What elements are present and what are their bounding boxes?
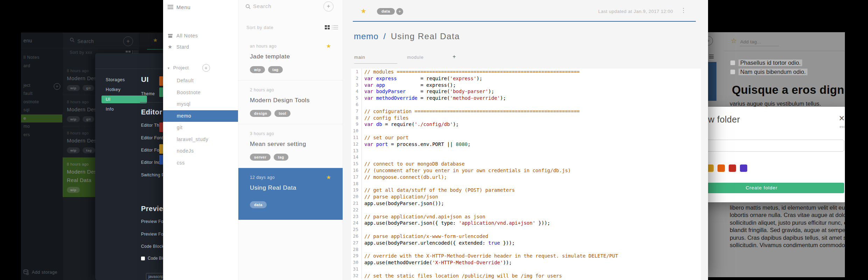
- code-line[interactable]: 18: [351, 181, 701, 187]
- search-input[interactable]: Search: [253, 3, 271, 9]
- breadcrumb-folder[interactable]: memo: [354, 31, 379, 41]
- add-tag-button[interactable]: +: [396, 8, 403, 15]
- sidebar-item-all-notes[interactable]: All Notes: [163, 30, 238, 41]
- settings-nav-item[interactable]: Hotkey: [102, 85, 147, 94]
- editor-panel: ★ data + Last updated at Jan.9, 2017 12:…: [343, 0, 708, 280]
- breadcrumb-separator: /: [381, 31, 388, 41]
- checkbox-icon[interactable]: [730, 69, 735, 75]
- code-line[interactable]: 26// parse application/x-www-form-urlenc…: [351, 233, 701, 240]
- folder-name-input[interactable]: [708, 140, 844, 152]
- folder-color-swatch[interactable]: [729, 164, 736, 172]
- color-swatch[interactable]: [159, 122, 163, 132]
- note-star-icon[interactable]: ★: [360, 7, 366, 15]
- code-line[interactable]: 29// override with the X-HTTP-Method-Ove…: [351, 253, 701, 259]
- code-line[interactable]: 8// config files: [351, 115, 701, 121]
- code-editor[interactable]: 1// modules ============================…: [351, 69, 701, 280]
- code-line[interactable]: 5var methodOverride = require('method-ov…: [351, 95, 701, 102]
- folder-color-swatch[interactable]: [718, 164, 725, 172]
- project-header[interactable]: ▾ Project +: [163, 64, 238, 72]
- note-tag-pill[interactable]: data: [377, 8, 395, 15]
- kebab-menu-icon[interactable]: ⋮: [680, 7, 686, 14]
- color-swatch[interactable]: [159, 88, 163, 97]
- code-line[interactable]: 17// mongoose.connect(db.url);: [351, 174, 701, 181]
- code-line[interactable]: 14: [351, 154, 701, 161]
- accent-line: [353, 21, 696, 22]
- chevron-down-icon[interactable]: ▾: [168, 66, 170, 70]
- code-line[interactable]: 10: [351, 128, 701, 134]
- note-list-item[interactable]: 2 hours agoModern Design Toolsdesigntool: [238, 80, 343, 124]
- code-line[interactable]: 27app.use(bodyParser.urlencoded({ extend…: [351, 240, 701, 246]
- note-list: an hours ago★Jade templatewiptag2 hours …: [238, 37, 343, 220]
- checklist-item[interactable]: Phasellus id tortor odio.: [730, 59, 807, 66]
- code-theme-dropdown[interactable]: javascript: [146, 273, 163, 280]
- color-swatch[interactable]: [159, 155, 163, 164]
- tab-module[interactable]: module: [407, 55, 424, 60]
- code-line[interactable]: 1// modules ============================…: [351, 69, 701, 75]
- code-line[interactable]: 31: [351, 266, 701, 273]
- code-line[interactable]: 3var app = express();: [351, 82, 701, 89]
- code-line[interactable]: 24app.use(bodyParser.json({ type: 'appli…: [351, 220, 701, 226]
- folder-item[interactable]: css: [163, 157, 238, 169]
- code-line[interactable]: 2var express = require('express');: [351, 75, 701, 82]
- code-line[interactable]: 13: [351, 148, 701, 154]
- checkbox-icon[interactable]: [730, 60, 735, 65]
- code-line[interactable]: 12var port = process.env.PORT || 8080;: [351, 141, 701, 148]
- add-folder-icon[interactable]: +: [202, 64, 210, 72]
- code-line[interactable]: 7// configuration ======================…: [351, 108, 701, 115]
- checklist-item[interactable]: Nam quis bibendum odio.: [730, 69, 807, 75]
- new-note-button[interactable]: +: [323, 1, 334, 12]
- star-icon[interactable]: ★: [326, 174, 331, 181]
- code-line[interactable]: 9var db = require('./config/db');: [351, 121, 701, 128]
- code-line[interactable]: 25: [351, 226, 701, 233]
- color-swatch[interactable]: [159, 144, 163, 154]
- line-number: 8: [351, 115, 362, 121]
- tab-[interactable]: +: [453, 54, 456, 60]
- settings-nav-item[interactable]: Storages: [102, 75, 147, 85]
- folder-item[interactable]: memo: [163, 110, 238, 122]
- star-icon[interactable]: ★: [326, 43, 331, 49]
- code-block-checkbox-row[interactable]: Code Block: [141, 256, 163, 261]
- close-icon[interactable]: ×: [839, 114, 845, 123]
- code-line[interactable]: 11// set our port: [351, 134, 701, 141]
- settings-row: Switching Preview: [141, 173, 163, 177]
- folder-color-swatch[interactable]: [708, 164, 714, 172]
- code-line[interactable]: 32// set the static files location /publ…: [351, 273, 701, 279]
- folder-item[interactable]: laravel_study: [163, 134, 238, 146]
- code-line[interactable]: 30app.use(methodOverride('X-HTTP-Method-…: [351, 259, 701, 266]
- note-list-item[interactable]: an hours ago★Jade templatewiptag: [238, 37, 343, 80]
- boostnote-dark-window: enu ll Notesard ject + faultostnotesqlem…: [21, 33, 163, 280]
- code-line[interactable]: 21app.use(bodyParser.json());: [351, 200, 701, 207]
- folder-item[interactable]: Boostnote: [163, 87, 238, 99]
- folder-item[interactable]: nodeJs: [163, 145, 238, 157]
- note-list-item[interactable]: 12 days ago★Using Real Datadata: [238, 168, 343, 220]
- note-list-item[interactable]: 3 hours agoMean server settingservertag: [238, 124, 343, 168]
- folder-item[interactable]: Default: [163, 75, 238, 87]
- settings-nav-item[interactable]: Info: [102, 104, 147, 114]
- folder-item[interactable]: git: [163, 122, 238, 134]
- code-line[interactable]: 28: [351, 246, 701, 253]
- code-line[interactable]: 16// (uncomment after you enter in your …: [351, 167, 701, 174]
- sidebar-item-starred[interactable]: ★ Stard: [163, 41, 238, 52]
- grid-view-icon[interactable]: [325, 25, 330, 30]
- folder-color-swatch[interactable]: [740, 164, 747, 172]
- code-line[interactable]: 4var bodyParser = require('body-parser')…: [351, 88, 701, 95]
- list-view-icon[interactable]: [333, 25, 338, 30]
- hamburger-icon[interactable]: [168, 5, 173, 9]
- code-line[interactable]: 23// parse application/vnd.api+json as j…: [351, 214, 701, 220]
- create-folder-button[interactable]: Create folder: [708, 183, 844, 193]
- settings-row: Editor Font Size: [141, 135, 163, 140]
- checkbox-icon[interactable]: [141, 257, 145, 260]
- code-line[interactable]: 22: [351, 207, 701, 214]
- line-number: 2: [351, 75, 362, 82]
- code-line[interactable]: 6: [351, 102, 701, 108]
- code-line[interactable]: 20// parse application/json: [351, 194, 701, 200]
- tab-main[interactable]: main: [354, 55, 365, 60]
- sort-selector[interactable]: Sort by date: [246, 25, 273, 30]
- code-line[interactable]: 19// get all data/stuff of the body (POS…: [351, 187, 701, 194]
- menu-label[interactable]: Menu: [176, 4, 191, 10]
- color-swatch[interactable]: [159, 76, 163, 86]
- code-line[interactable]: 15// connect to our mongoDB database: [351, 161, 701, 167]
- line-number: 7: [351, 108, 362, 115]
- folder-item[interactable]: mysql: [163, 98, 238, 110]
- checklist-label: Nam quis bibendum odio.: [738, 69, 807, 75]
